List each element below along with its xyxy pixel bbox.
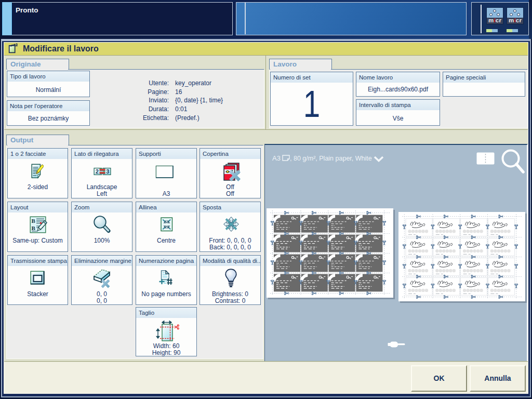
svg-text:2: 2 <box>96 168 99 175</box>
svg-text:B: B <box>32 218 36 224</box>
svg-text:3: 3 <box>107 168 110 175</box>
svg-text:B: B <box>32 225 36 231</box>
